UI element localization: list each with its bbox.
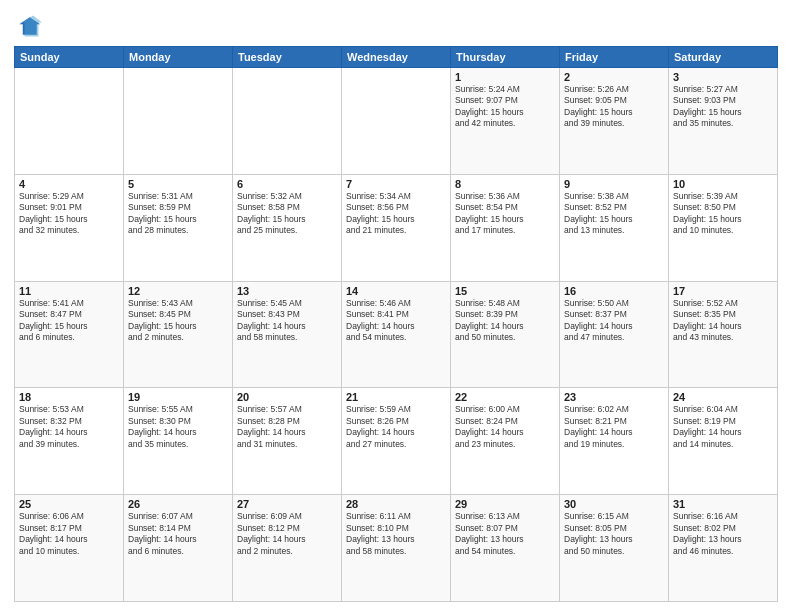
- day-number: 28: [346, 498, 446, 510]
- day-number: 30: [564, 498, 664, 510]
- day-number: 23: [564, 391, 664, 403]
- calendar-row-1: 1Sunrise: 5:24 AM Sunset: 9:07 PM Daylig…: [15, 68, 778, 175]
- day-number: 16: [564, 285, 664, 297]
- calendar-cell: 14Sunrise: 5:46 AM Sunset: 8:41 PM Dayli…: [342, 281, 451, 388]
- calendar-cell: 4Sunrise: 5:29 AM Sunset: 9:01 PM Daylig…: [15, 174, 124, 281]
- day-number: 27: [237, 498, 337, 510]
- day-info: Sunrise: 6:16 AM Sunset: 8:02 PM Dayligh…: [673, 511, 773, 557]
- logo-icon: [14, 12, 42, 40]
- day-number: 25: [19, 498, 119, 510]
- calendar-cell: 5Sunrise: 5:31 AM Sunset: 8:59 PM Daylig…: [124, 174, 233, 281]
- calendar-cell: 30Sunrise: 6:15 AM Sunset: 8:05 PM Dayli…: [560, 495, 669, 602]
- calendar-cell: 19Sunrise: 5:55 AM Sunset: 8:30 PM Dayli…: [124, 388, 233, 495]
- day-number: 10: [673, 178, 773, 190]
- day-number: 22: [455, 391, 555, 403]
- calendar-cell: [233, 68, 342, 175]
- day-info: Sunrise: 5:38 AM Sunset: 8:52 PM Dayligh…: [564, 191, 664, 237]
- calendar-cell: 16Sunrise: 5:50 AM Sunset: 8:37 PM Dayli…: [560, 281, 669, 388]
- calendar-cell: 1Sunrise: 5:24 AM Sunset: 9:07 PM Daylig…: [451, 68, 560, 175]
- day-number: 1: [455, 71, 555, 83]
- day-info: Sunrise: 6:09 AM Sunset: 8:12 PM Dayligh…: [237, 511, 337, 557]
- day-info: Sunrise: 6:00 AM Sunset: 8:24 PM Dayligh…: [455, 404, 555, 450]
- day-number: 6: [237, 178, 337, 190]
- calendar-row-2: 4Sunrise: 5:29 AM Sunset: 9:01 PM Daylig…: [15, 174, 778, 281]
- day-info: Sunrise: 6:06 AM Sunset: 8:17 PM Dayligh…: [19, 511, 119, 557]
- calendar-cell: 31Sunrise: 6:16 AM Sunset: 8:02 PM Dayli…: [669, 495, 778, 602]
- weekday-header-thursday: Thursday: [451, 47, 560, 68]
- calendar-cell: 12Sunrise: 5:43 AM Sunset: 8:45 PM Dayli…: [124, 281, 233, 388]
- calendar-cell: 26Sunrise: 6:07 AM Sunset: 8:14 PM Dayli…: [124, 495, 233, 602]
- day-info: Sunrise: 5:55 AM Sunset: 8:30 PM Dayligh…: [128, 404, 228, 450]
- calendar-cell: 3Sunrise: 5:27 AM Sunset: 9:03 PM Daylig…: [669, 68, 778, 175]
- calendar-cell: 29Sunrise: 6:13 AM Sunset: 8:07 PM Dayli…: [451, 495, 560, 602]
- calendar-cell: 6Sunrise: 5:32 AM Sunset: 8:58 PM Daylig…: [233, 174, 342, 281]
- weekday-header-row: SundayMondayTuesdayWednesdayThursdayFrid…: [15, 47, 778, 68]
- day-number: 19: [128, 391, 228, 403]
- calendar-cell: 13Sunrise: 5:45 AM Sunset: 8:43 PM Dayli…: [233, 281, 342, 388]
- day-info: Sunrise: 5:45 AM Sunset: 8:43 PM Dayligh…: [237, 298, 337, 344]
- day-info: Sunrise: 5:50 AM Sunset: 8:37 PM Dayligh…: [564, 298, 664, 344]
- day-info: Sunrise: 5:52 AM Sunset: 8:35 PM Dayligh…: [673, 298, 773, 344]
- header: [14, 12, 778, 40]
- calendar-cell: 22Sunrise: 6:00 AM Sunset: 8:24 PM Dayli…: [451, 388, 560, 495]
- calendar-cell: 9Sunrise: 5:38 AM Sunset: 8:52 PM Daylig…: [560, 174, 669, 281]
- weekday-header-sunday: Sunday: [15, 47, 124, 68]
- day-info: Sunrise: 5:53 AM Sunset: 8:32 PM Dayligh…: [19, 404, 119, 450]
- calendar-row-3: 11Sunrise: 5:41 AM Sunset: 8:47 PM Dayli…: [15, 281, 778, 388]
- day-number: 31: [673, 498, 773, 510]
- calendar-cell: 2Sunrise: 5:26 AM Sunset: 9:05 PM Daylig…: [560, 68, 669, 175]
- calendar-cell: 15Sunrise: 5:48 AM Sunset: 8:39 PM Dayli…: [451, 281, 560, 388]
- day-number: 2: [564, 71, 664, 83]
- calendar-cell: 8Sunrise: 5:36 AM Sunset: 8:54 PM Daylig…: [451, 174, 560, 281]
- calendar-cell: 17Sunrise: 5:52 AM Sunset: 8:35 PM Dayli…: [669, 281, 778, 388]
- day-info: Sunrise: 6:11 AM Sunset: 8:10 PM Dayligh…: [346, 511, 446, 557]
- logo: [14, 12, 44, 40]
- day-number: 3: [673, 71, 773, 83]
- day-info: Sunrise: 5:41 AM Sunset: 8:47 PM Dayligh…: [19, 298, 119, 344]
- day-number: 13: [237, 285, 337, 297]
- calendar-cell: 18Sunrise: 5:53 AM Sunset: 8:32 PM Dayli…: [15, 388, 124, 495]
- day-info: Sunrise: 5:36 AM Sunset: 8:54 PM Dayligh…: [455, 191, 555, 237]
- day-number: 9: [564, 178, 664, 190]
- day-number: 5: [128, 178, 228, 190]
- calendar-cell: [124, 68, 233, 175]
- day-info: Sunrise: 5:48 AM Sunset: 8:39 PM Dayligh…: [455, 298, 555, 344]
- weekday-header-friday: Friday: [560, 47, 669, 68]
- day-info: Sunrise: 5:26 AM Sunset: 9:05 PM Dayligh…: [564, 84, 664, 130]
- weekday-header-tuesday: Tuesday: [233, 47, 342, 68]
- day-number: 15: [455, 285, 555, 297]
- day-info: Sunrise: 5:31 AM Sunset: 8:59 PM Dayligh…: [128, 191, 228, 237]
- day-number: 26: [128, 498, 228, 510]
- day-info: Sunrise: 5:57 AM Sunset: 8:28 PM Dayligh…: [237, 404, 337, 450]
- calendar-cell: 7Sunrise: 5:34 AM Sunset: 8:56 PM Daylig…: [342, 174, 451, 281]
- day-info: Sunrise: 5:27 AM Sunset: 9:03 PM Dayligh…: [673, 84, 773, 130]
- day-number: 18: [19, 391, 119, 403]
- calendar-cell: 27Sunrise: 6:09 AM Sunset: 8:12 PM Dayli…: [233, 495, 342, 602]
- page: SundayMondayTuesdayWednesdayThursdayFrid…: [0, 0, 792, 612]
- day-info: Sunrise: 6:13 AM Sunset: 8:07 PM Dayligh…: [455, 511, 555, 557]
- calendar-cell: 21Sunrise: 5:59 AM Sunset: 8:26 PM Dayli…: [342, 388, 451, 495]
- day-number: 4: [19, 178, 119, 190]
- calendar-cell: 25Sunrise: 6:06 AM Sunset: 8:17 PM Dayli…: [15, 495, 124, 602]
- calendar-cell: 11Sunrise: 5:41 AM Sunset: 8:47 PM Dayli…: [15, 281, 124, 388]
- day-info: Sunrise: 6:07 AM Sunset: 8:14 PM Dayligh…: [128, 511, 228, 557]
- calendar-cell: 10Sunrise: 5:39 AM Sunset: 8:50 PM Dayli…: [669, 174, 778, 281]
- day-number: 11: [19, 285, 119, 297]
- day-info: Sunrise: 6:02 AM Sunset: 8:21 PM Dayligh…: [564, 404, 664, 450]
- weekday-header-monday: Monday: [124, 47, 233, 68]
- day-info: Sunrise: 5:34 AM Sunset: 8:56 PM Dayligh…: [346, 191, 446, 237]
- day-info: Sunrise: 6:15 AM Sunset: 8:05 PM Dayligh…: [564, 511, 664, 557]
- weekday-header-wednesday: Wednesday: [342, 47, 451, 68]
- day-number: 24: [673, 391, 773, 403]
- calendar-row-5: 25Sunrise: 6:06 AM Sunset: 8:17 PM Dayli…: [15, 495, 778, 602]
- day-info: Sunrise: 5:39 AM Sunset: 8:50 PM Dayligh…: [673, 191, 773, 237]
- calendar-cell: [15, 68, 124, 175]
- day-number: 17: [673, 285, 773, 297]
- day-info: Sunrise: 5:32 AM Sunset: 8:58 PM Dayligh…: [237, 191, 337, 237]
- calendar-cell: 28Sunrise: 6:11 AM Sunset: 8:10 PM Dayli…: [342, 495, 451, 602]
- day-number: 8: [455, 178, 555, 190]
- day-number: 14: [346, 285, 446, 297]
- day-info: Sunrise: 5:29 AM Sunset: 9:01 PM Dayligh…: [19, 191, 119, 237]
- calendar-cell: 20Sunrise: 5:57 AM Sunset: 8:28 PM Dayli…: [233, 388, 342, 495]
- day-number: 12: [128, 285, 228, 297]
